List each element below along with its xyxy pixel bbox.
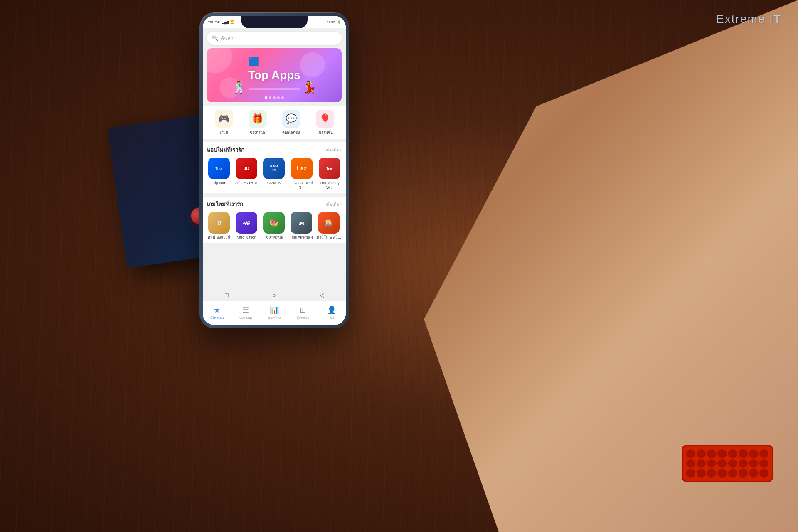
category-gifts[interactable]: 🎁 ของกำนัล [249,110,267,135]
status-left: TRUE-H ▂▄▆ 📶 [208,20,234,24]
game-item-casino[interactable]: 🎰 คาสิโน & สล็... [317,212,341,240]
banner-pagination [265,96,284,99]
nav-featured[interactable]: ★ ที่โดดเด่น [203,301,232,325]
app-name-gmm: GMM25 [267,181,281,185]
new-games-more[interactable]: เพิ่มเติม › [325,201,342,207]
top-apps-banner[interactable]: 🕺 💃 🟦 Top Apps [207,48,342,102]
app-icon-lazada: Laz [291,158,313,179]
system-navigation: □ ○ ◁ [203,289,346,301]
search-placeholder: ค้นหา [221,34,234,42]
nav-back-button[interactable]: ◁ [318,291,327,300]
new-apps-header: แอปใหม่ที่เรารัก เพิ่มเติม › [207,145,342,154]
app-item-trip[interactable]: Trip. Trip.com [207,158,231,190]
promotions-icon: 🎈 [316,110,334,128]
app-icon-truemoney: True [319,158,340,179]
game-name-dumi: ดัมมี่ ออนไลน์ [208,235,230,240]
me-icon: 👤 [327,305,336,315]
manage-icon: ⊞ [300,305,306,315]
category-promotions-label: โปรโมชัน [317,130,333,135]
chevron-right-icon: › [340,148,342,152]
new-games-title: เกมใหม่ที่เรารัก [207,200,243,209]
carrier-text: TRUE-H [208,20,220,24]
banner-dot-1 [265,96,267,99]
nav-manage[interactable]: ⊞ ผู้จัดการ [288,301,317,325]
wifi-icon: 📶 [230,20,234,24]
new-games-section: เกมใหม่ที่เรารัก เพิ่มเติม › 🃏 ดัมมี่ ออ… [203,197,346,243]
game-item-tiantian[interactable]: 🍉 天天切水果 [262,212,286,240]
watch-band [682,445,773,482]
status-right: 12:52 🔋 [327,20,341,24]
gifts-icon: 🎁 [249,110,267,128]
app-icon-trip: Trip. [208,158,230,179]
game-name-casino: คาสิโน & สล็... [317,235,341,240]
app-name-jd: JD CENTRAL [235,181,258,185]
app-icon-gmm: G-MM25 [263,158,285,179]
screen-content: 🔍 ค้นหา 🕺 💃 🟦 Top Apps [203,28,346,325]
banner-title: Top Apps [248,69,300,82]
battery-icon: 🔋 [337,20,341,24]
categories-icon: ☰ [242,305,249,315]
game-item-trial[interactable]: 🏍 Trial Xtreme 4 [289,212,313,240]
games-icon: 🎮 [215,110,233,128]
app-name-truemoney: TrueM oney W... [318,181,342,190]
featured-icon: ★ [214,305,220,315]
banner-dot-4 [277,96,280,99]
app-icon-jd: JD [236,158,257,179]
app-item-lazada[interactable]: Laz Lazada - แอปช้... [289,158,314,190]
game-icon-tiantian: 🍉 [263,212,285,234]
banner-dot-3 [273,96,276,99]
game-icon-nitro: 🏎 [236,212,257,234]
category-list: 🎮 เกมส์ 🎁 ของกำนัล 💬 คอลเลกชัน 🎈 โปรโมชั… [203,106,346,139]
nav-square-button[interactable]: □ [222,291,231,300]
nav-categories-label: หมวดหมู่ [239,315,252,321]
banner-dot-5 [281,96,284,99]
time-text: 12:52 [327,20,335,24]
nav-me-label: ฉัน [330,315,334,321]
top-icon: 📊 [270,305,279,315]
nav-categories[interactable]: ☰ หมวดหมู่ [232,301,260,325]
banner-dot-2 [269,96,271,99]
search-bar[interactable]: 🔍 ค้นหา [207,32,342,45]
game-icon-dumi: 🃏 [208,212,230,234]
game-name-trial: Trial Xtreme 4 [290,235,313,240]
nav-manage-label: ผู้จัดการ [297,315,309,321]
category-gifts-label: ของกำนัล [250,130,265,135]
nav-circle-button[interactable]: ○ [270,291,279,300]
chevron-right-icon-2: › [340,202,342,207]
collections-icon: 💬 [282,110,300,128]
nav-top-label: ยอดนิยม [268,315,281,321]
app-item-truemoney[interactable]: True TrueM oney W... [318,158,342,190]
game-name-tiantian: 天天切水果 [265,235,283,240]
game-item-nitro[interactable]: 🏎 Nitro Nation [234,212,259,240]
new-games-header: เกมใหม่ที่เรารัก เพิ่มเติม › [207,200,342,209]
category-games[interactable]: 🎮 เกมส์ [215,110,233,135]
game-name-nitro: Nitro Nation [236,235,256,240]
app-name-trip: Trip.com [212,181,227,185]
watch-band-pattern [686,449,768,478]
app-item-gmm[interactable]: G-MM25 GMM25 [262,158,286,190]
app-name-lazada: Lazada - แอปช้... [289,181,314,190]
signal-icon: ▂▄▆ [222,20,229,24]
category-promotions[interactable]: 🎈 โปรโมชัน [316,110,334,135]
category-collections-label: คอลเลกชัน [282,130,300,135]
watermark-text: xtreme IT [725,12,781,25]
nav-me[interactable]: 👤 ฉัน [317,301,346,325]
game-icon-casino: 🎰 [318,212,340,234]
phone-notch [241,16,308,28]
phone-screen: TRUE-H ▂▄▆ 📶 12:52 🔋 🔍 ค้นหา [203,16,346,325]
game-item-dumi[interactable]: 🃏 ดัมมี่ ออนไลน์ [207,212,231,240]
category-games-label: เกมส์ [220,130,228,135]
new-apps-title: แอปใหม่ที่เรารัก [207,145,244,154]
new-apps-more[interactable]: เพิ่มเติม › [325,147,342,153]
app-item-jd[interactable]: JD JD CENTRAL [234,158,259,190]
category-collections[interactable]: 💬 คอลเลกชัน [282,110,300,135]
search-icon: 🔍 [212,35,218,41]
watermark-e: E [716,12,725,25]
phone-device: TRUE-H ▂▄▆ 📶 12:52 🔋 🔍 ค้นหา [200,12,349,328]
new-apps-section: แอปใหม่ที่เรารัก เพิ่มเติม › Trip. Trip.… [203,142,346,193]
bottom-navigation: ★ ที่โดดเด่น ☰ หมวดหมู่ 📊 ยอดนิยม ⊞ ผู้จ… [203,301,346,325]
nav-top[interactable]: 📊 ยอดนิยม [260,301,289,325]
game-icon-trial: 🏍 [291,212,312,234]
watermark: Extreme IT [716,12,781,26]
nav-featured-label: ที่โดดเด่น [210,315,224,321]
